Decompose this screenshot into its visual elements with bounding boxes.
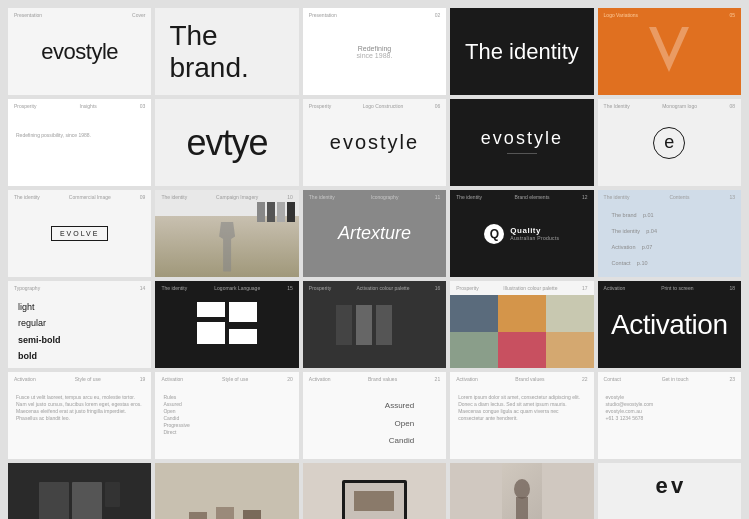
letter-v: v [670, 467, 683, 506]
page-header: The identity Commercial Image 09 [14, 194, 145, 200]
text-content: evostylestudio@evostyle.comevostyle.com.… [604, 392, 735, 424]
evostyle-serif-logo: evostyle [330, 131, 419, 154]
page-header: The identity Iconography 11 [309, 194, 440, 200]
color-swatches-small [257, 202, 295, 222]
svg-rect-2 [229, 327, 257, 344]
artexture-label: Artexture [338, 223, 411, 244]
type-scale-list: light regular semi-bold bold [18, 299, 61, 364]
letter-e2: e [670, 508, 683, 520]
page-label: Typography [14, 285, 40, 291]
page-label: Logo Variations [604, 12, 638, 18]
page-num: 14 [140, 285, 146, 291]
evolve-badge: evolve [51, 226, 109, 241]
photo-gradient [502, 463, 542, 519]
page-label2: Get in touch [662, 376, 689, 382]
cell-horse-photo [450, 463, 593, 519]
palette-swatch-4 [450, 332, 498, 369]
cell-logo-mark: The Identity Monogram logo 08 e [598, 99, 741, 186]
nav-item-identity: The identity p.04 [608, 223, 731, 239]
page-num: 16 [435, 285, 441, 291]
page-num2: 08 [729, 103, 735, 109]
cell-brand-values: Activation Brand values 21 Assured Open … [303, 372, 446, 459]
furniture-illustration [189, 463, 265, 519]
page-header: Prosperity Logo Construction 06 [309, 103, 440, 109]
palette-swatch-5 [498, 332, 546, 369]
quality-badge: Q Quality Australian Products [484, 224, 559, 244]
page-label: Presentation [309, 12, 337, 18]
nav-list: The brand p.01 The identity p.04 Activat… [608, 207, 731, 271]
page-label: Activation [604, 285, 626, 291]
main-container: Presentation Cover evostyle The brand. P… [0, 0, 749, 519]
page-label: Prosperity [309, 285, 332, 291]
page-label: Prosperity [309, 103, 332, 109]
page-num2: 11 [435, 194, 441, 200]
svg-rect-3 [197, 317, 225, 322]
cell-chairs-photo [155, 463, 298, 519]
page-label: The Identity [604, 103, 630, 109]
page-header: Presentation Cover [14, 12, 145, 18]
cell-r5c4: Activation Brand values 22 Lorem ipsum d… [450, 372, 593, 459]
typo-bold: bold [18, 348, 61, 364]
page-header: Activation Style of use 20 [161, 376, 292, 382]
logo-wordmark: evostyle [41, 39, 118, 65]
cell-orange-logo: Logo Variations 05 [598, 8, 741, 95]
nav-item-contact: Contact p.10 [608, 255, 731, 271]
evtye-wordmark: evtye [187, 122, 268, 164]
since-text: since 1988. [357, 52, 393, 59]
nav-item-activation: Activation p.07 [608, 239, 731, 255]
page-label: The identity [604, 194, 630, 200]
text-content: Lorem ipsum dolor sit amet, consectetur … [456, 392, 587, 424]
v-shape-icon [644, 22, 694, 82]
page-label: Activation [309, 376, 331, 382]
e-circle-logo: e [653, 127, 685, 159]
page-header: The Identity Monogram logo 08 [604, 103, 735, 109]
page-header: The identity Logomark Language 15 [161, 285, 292, 291]
cell-navigation: The identity Contents 13 The brand p.01 … [598, 190, 741, 277]
page-num2: 12 [582, 194, 588, 200]
page-num: 19 [140, 376, 146, 382]
svg-rect-6 [516, 497, 528, 520]
value-open: Open [395, 415, 415, 433]
page-num: 02 [435, 12, 441, 18]
page-header: Activation Print to screen 18 [604, 285, 735, 291]
abstract-logo-shape [192, 297, 262, 352]
photo-bg [155, 216, 298, 277]
page-label: Presentation [14, 12, 42, 18]
values-list: Assured Open Candid [385, 397, 426, 450]
page-num2: 13 [729, 194, 735, 200]
page-header: Contact Get in touch 23 [604, 376, 735, 382]
page-header: The identity Campaign Imagery 10 [161, 194, 292, 200]
typo-regular: regular [18, 315, 61, 331]
palette-swatch-6 [546, 332, 594, 369]
body-text-2: RulesAssuredOpenCandidProgressiveDirect [163, 394, 290, 436]
cell-color-palette: Prosperity Illustration colour palette 1… [450, 281, 593, 368]
cell-evtye: evtye [155, 99, 298, 186]
page-num: 23 [729, 376, 735, 382]
palette-swatch-1 [450, 295, 498, 332]
page-num2: 09 [140, 194, 146, 200]
page-num: Monogram logo [662, 103, 697, 109]
page-header: Prosperity Insights 03 [14, 103, 145, 109]
page-num: Brand elements [515, 194, 550, 200]
screen-image [354, 491, 394, 511]
page-header: Activation Brand values 21 [309, 376, 440, 382]
typo-semibold: semi-bold [18, 332, 61, 348]
page-header: Typography 14 [14, 285, 145, 291]
card-mockups [39, 482, 120, 520]
cell-the-brand: The brand. [155, 8, 298, 95]
chair-2 [216, 507, 238, 519]
cell-evostyle-logo: Presentation Cover evostyle [8, 8, 151, 95]
palette-swatch-3 [546, 295, 594, 332]
cell-the-identity: The identity [450, 8, 593, 95]
page-label: The identity [456, 194, 482, 200]
monitor-group [342, 463, 407, 519]
card-3 [105, 482, 120, 507]
page-num: Campaign Imagery [216, 194, 258, 200]
cell-evostyle-dark: evostyle [450, 99, 593, 186]
page-label: The identity [161, 285, 187, 291]
letter-o: o [655, 508, 668, 520]
page-num: Cover [132, 12, 145, 18]
page-num: 03 [140, 103, 146, 109]
page-num2: 10 [287, 194, 293, 200]
evostyle-white-logo: evostyle [481, 128, 563, 148]
